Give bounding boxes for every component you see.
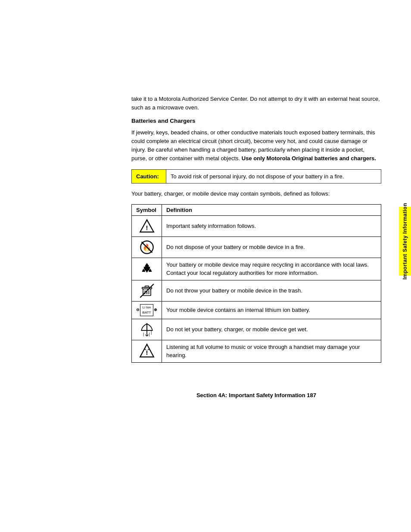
side-tab: Important Safety Information: [399, 207, 411, 276]
intro-text: take it to a Motorola Authorized Service…: [131, 95, 381, 112]
caution-box: Caution: To avoid risk of personal injur…: [131, 169, 381, 184]
symbol-cell-fire: 🔥: [132, 236, 162, 258]
no-trash-icon: [139, 283, 155, 299]
symbol-cell-wet: | | |: [132, 319, 162, 340]
side-tab-text: Important Safety Information: [402, 203, 408, 280]
definition-text-1: Important safety information follows.: [166, 223, 256, 229]
table-row: Do not throw your battery or mobile devi…: [132, 280, 381, 301]
no-wet-icon: | | |: [139, 322, 155, 337]
symbol-cell-warning: !: [132, 215, 162, 236]
body-text-bold: Use only Motorola Original batteries and…: [242, 155, 376, 162]
no-fire-icon: 🔥: [139, 240, 155, 255]
battery-label-text: Li Ion BATT: [140, 304, 153, 316]
table-row: ! Listening at full volume to music or v…: [132, 340, 381, 362]
hearing-svg: !: [139, 343, 155, 359]
battery-icon: ⊖ Li Ion BATT ⊕: [136, 304, 157, 316]
no-trash-svg: [139, 283, 155, 299]
definition-cell-7: Listening at full volume to music or voi…: [162, 340, 381, 362]
table-header-row: Symbol Definition: [132, 204, 381, 215]
definition-cell-3: Your battery or mobile device may requir…: [162, 258, 381, 280]
table-row: ♻ Your battery or mobile device may requ…: [132, 258, 381, 280]
table-row: 🔥 Do not dispose of your battery or mobi…: [132, 236, 381, 258]
table-row: ⊖ Li Ion BATT ⊕ Your mobile device conta…: [132, 301, 381, 319]
definition-text-5: Your mobile device contains an internal …: [166, 307, 310, 313]
definition-cell-5: Your mobile device contains an internal …: [162, 301, 381, 319]
recycle-icon: ♻: [139, 261, 155, 277]
svg-rect-8: [145, 286, 149, 287]
svg-text:|: |: [151, 330, 152, 335]
symbol-cell-battery: ⊖ Li Ion BATT ⊕: [132, 301, 162, 319]
warning-triangle-svg: !: [139, 218, 155, 234]
svg-text:!: !: [146, 224, 148, 231]
no-wet-svg: | | |: [139, 322, 155, 337]
footer-section: Section 4A: Important Safety Information…: [131, 392, 381, 398]
hearing-icon: !: [139, 343, 155, 359]
body-text: If jewelry, keys, beaded chains, or othe…: [131, 128, 381, 163]
table-row: | | | Do not let your battery, charger, …: [132, 319, 381, 340]
content-area: take it to a Motorola Authorized Service…: [131, 95, 399, 371]
definition-cell-4: Do not throw your battery or mobile devi…: [162, 280, 381, 301]
definition-text-7: Listening at full volume to music or voi…: [166, 344, 360, 359]
footer-text: Section 4A: Important Safety Information…: [196, 392, 316, 398]
symbol-cell-hearing: !: [132, 340, 162, 362]
recycle-svg: ♻: [139, 261, 155, 277]
svg-text:|: |: [149, 332, 149, 336]
definition-text-6: Do not let your battery, charger, or mob…: [166, 326, 308, 333]
symbols-intro: Your battery, charger, or mobile device …: [131, 190, 381, 198]
warning-icon: !: [139, 218, 155, 234]
svg-text:|: |: [143, 332, 144, 336]
definition-text-2: Do not dispose of your battery or mobile…: [166, 244, 305, 250]
page-container: Important Safety Information take it to …: [0, 0, 411, 532]
caution-label: Caution:: [132, 170, 166, 184]
symbol-cell-recycle: ♻: [132, 258, 162, 280]
symbols-table: Symbol Definition !: [131, 204, 381, 363]
svg-text:!: !: [146, 349, 148, 356]
svg-text:♻: ♻: [143, 263, 151, 273]
symbol-cell-trash: [132, 280, 162, 301]
col-symbol-header: Symbol: [132, 204, 162, 215]
table-row: ! Important safety information follows.: [132, 215, 381, 236]
definition-cell-6: Do not let your battery, charger, or mob…: [162, 319, 381, 340]
col-definition-header: Definition: [162, 204, 381, 215]
no-fire-svg: 🔥: [139, 240, 155, 255]
definition-text-4: Do not throw your battery or mobile devi…: [166, 287, 302, 294]
definition-text-3: Your battery or mobile device may requir…: [166, 261, 369, 277]
definition-cell-2: Do not dispose of your battery or mobile…: [162, 236, 381, 258]
definition-cell-1: Important safety information follows.: [162, 215, 381, 236]
caution-text: To avoid risk of personal injury, do not…: [166, 170, 348, 184]
section-heading: Batteries and Chargers: [131, 118, 381, 124]
